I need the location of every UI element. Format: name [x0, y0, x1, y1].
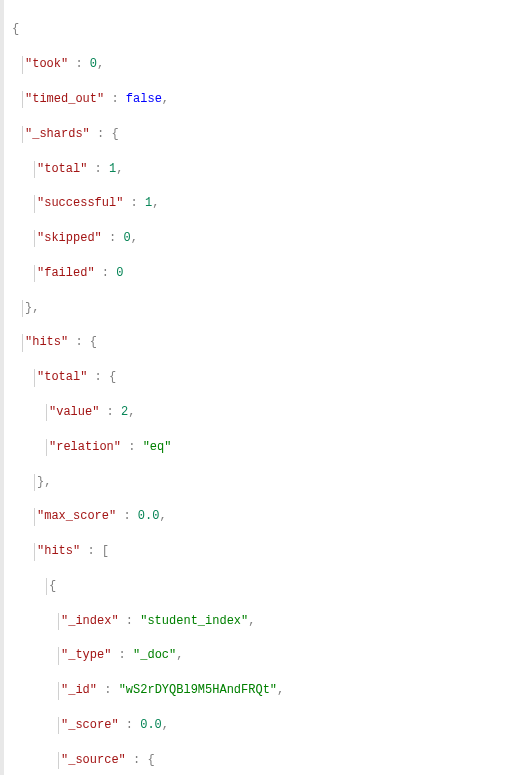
hit0-type: _doc — [140, 648, 169, 662]
took-value: 0 — [90, 57, 97, 71]
code-line: { — [46, 578, 525, 595]
code-line: "skipped" : 0, — [34, 230, 525, 247]
code-line: "failed" : 0 — [34, 265, 525, 282]
code-line: "timed_out" : false, — [22, 91, 525, 108]
shards-failed: 0 — [116, 266, 123, 280]
code-line: "took" : 0, — [22, 56, 525, 73]
code-line: "_id" : "wS2rDYQBl9M5HAndFRQt", — [58, 682, 525, 699]
code-line: "_source" : { — [58, 752, 525, 769]
code-line: "max_score" : 0.0, — [34, 508, 525, 525]
code-line: "hits" : { — [22, 334, 525, 351]
json-code-block: { "took" : 0, "timed_out" : false, "_sha… — [0, 0, 531, 775]
code-line: "successful" : 1, — [34, 195, 525, 212]
code-line: "total" : { — [34, 369, 525, 386]
code-line: "_type" : "_doc", — [58, 647, 525, 664]
hits-relation: eq — [150, 440, 164, 454]
code-line: "hits" : [ — [34, 543, 525, 560]
code-line: "value" : 2, — [46, 404, 525, 421]
hit0-index: student_index — [147, 614, 241, 628]
code-line: }, — [34, 474, 525, 491]
shards-skipped: 0 — [123, 231, 130, 245]
timed-out-value: false — [126, 92, 162, 106]
hit0-id: wS2rDYQBl9M5HAndFRQt — [126, 683, 270, 697]
code-line: "_index" : "student_index", — [58, 613, 525, 630]
code-line: "_score" : 0.0, — [58, 717, 525, 734]
code-line: "relation" : "eq" — [46, 439, 525, 456]
code-line: }, — [22, 300, 525, 317]
code-line: { — [10, 21, 525, 38]
code-line: "total" : 1, — [34, 161, 525, 178]
code-line: "_shards" : { — [22, 126, 525, 143]
